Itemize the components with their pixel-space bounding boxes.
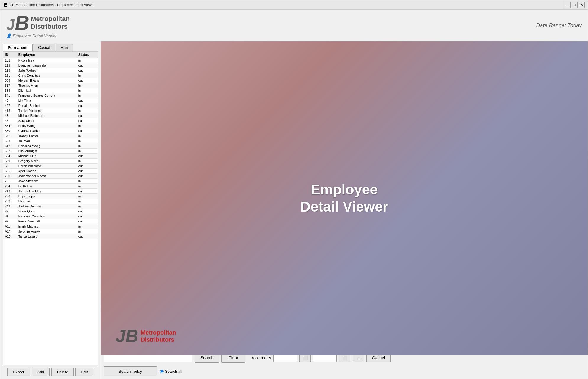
- employee-row[interactable]: 701 Jake Shearim in: [3, 179, 98, 184]
- minimize-button[interactable]: ―: [565, 2, 571, 8]
- employee-row[interactable]: 415 Tanika Rodgers in: [3, 108, 98, 113]
- employee-id: 701: [3, 179, 17, 184]
- employee-name: Francisco Soares Correia: [17, 93, 77, 98]
- tab-casual[interactable]: Casual: [33, 44, 55, 51]
- employee-id: 113: [3, 63, 17, 68]
- employee-name: James Antakley: [17, 189, 77, 194]
- employee-row[interactable]: 749 Joshua Donoso in: [3, 204, 98, 209]
- employee-status: in: [77, 224, 98, 229]
- employee-row[interactable]: 305 Morgan Evans out: [3, 78, 98, 83]
- employee-row[interactable]: 733 Elia Elia in: [3, 199, 98, 204]
- app-header: JB Metropolitan Distributors 👤 Employee …: [0, 10, 588, 41]
- employee-name: Tui Marr: [17, 138, 77, 143]
- records-label: Records: 79: [250, 356, 271, 360]
- employee-status: in: [77, 184, 98, 189]
- employee-id: 81: [3, 214, 17, 219]
- employee-id: 700: [3, 174, 17, 179]
- employee-id: 571: [3, 133, 17, 138]
- logo-jb: JB: [6, 13, 29, 33]
- employee-row[interactable]: 291 Chris Conditsis in: [3, 73, 98, 78]
- employee-row[interactable]: 704 Ed Kolesi in: [3, 184, 98, 189]
- search-all-radio-label: Search all: [160, 369, 182, 374]
- right-panel: Employee Detail Viewer JB Metropolitan D…: [101, 41, 588, 379]
- employee-name: Michael Badolato: [17, 113, 77, 118]
- splash-line2: Detail Viewer: [300, 198, 388, 215]
- employee-id: 684: [3, 154, 17, 159]
- employee-row[interactable]: A14 Jeromie Hraiky in: [3, 229, 98, 234]
- employee-row[interactable]: 554 Emily Wong in: [3, 123, 98, 128]
- employee-status: in: [77, 108, 98, 113]
- employee-row[interactable]: 335 Elly Hatti in: [3, 88, 98, 93]
- employee-row[interactable]: 218 Julie Toohey out: [3, 68, 98, 73]
- employee-name: Nicola Issa: [17, 58, 77, 63]
- employee-row[interactable]: 43 Michael Badolato out: [3, 113, 98, 118]
- employee-status: in: [77, 149, 98, 154]
- employee-id: 719: [3, 189, 17, 194]
- employee-row[interactable]: 102 Nicola Issa in: [3, 58, 98, 63]
- employee-row[interactable]: 700 Josh Vander Reest out: [3, 174, 98, 179]
- export-button[interactable]: Export: [7, 368, 30, 376]
- employee-id: 317: [3, 83, 17, 88]
- employee-row[interactable]: 608 Tui Marr in: [3, 138, 98, 143]
- employee-status: in: [77, 123, 98, 128]
- employee-row[interactable]: 69 Darrin Whieldon out: [3, 164, 98, 169]
- employee-status: in: [77, 194, 98, 199]
- employee-row[interactable]: 571 Tracey Foster in: [3, 133, 98, 138]
- employee-row[interactable]: 317 Thomas Allen in: [3, 83, 98, 88]
- employee-id: 554: [3, 123, 17, 128]
- logo-company: Metropolitan Distributors: [31, 15, 70, 30]
- main-window: 🖥 JB Metropolitan Distributors - Employe…: [0, 0, 588, 379]
- employee-row[interactable]: 719 James Antakley out: [3, 189, 98, 194]
- employee-name: Susie Qian: [17, 209, 77, 214]
- employee-row[interactable]: 99 Kerry Dummett out: [3, 219, 98, 224]
- maximize-button[interactable]: □: [572, 2, 578, 8]
- edit-button[interactable]: Edit: [75, 368, 93, 376]
- employee-status: in: [77, 88, 98, 93]
- employee-row[interactable]: 570 Cynthia Clarke out: [3, 128, 98, 133]
- splash-company-line2: Distributors: [141, 336, 176, 343]
- search-today-button[interactable]: Search Today: [104, 366, 157, 376]
- employee-row[interactable]: 695 Apelu Jacob out: [3, 169, 98, 174]
- employee-name: Thomas Allen: [17, 83, 77, 88]
- search-all-radio[interactable]: [160, 370, 164, 373]
- bottom-buttons: Export Add Delete Edit: [0, 365, 101, 379]
- tabs: Permanent Casual Hari: [0, 41, 101, 51]
- employee-name: Tanya Lasalo: [17, 234, 77, 239]
- employee-name: Chris Conditsis: [17, 73, 77, 78]
- employee-row[interactable]: 612 Rebecca Wong in: [3, 143, 98, 149]
- subtitle-text: Employee Detail Viewer: [13, 33, 56, 38]
- employee-row[interactable]: 684 Michael Dun out: [3, 154, 98, 159]
- employee-status: in: [77, 204, 98, 209]
- tab-hari[interactable]: Hari: [56, 44, 73, 51]
- employee-row[interactable]: 341 Francisco Soares Correia in: [3, 93, 98, 98]
- add-button[interactable]: Add: [32, 368, 50, 376]
- employee-name: Tracey Foster: [17, 133, 77, 138]
- employee-status: in: [77, 159, 98, 164]
- employee-row[interactable]: 689 Gregory More in: [3, 159, 98, 164]
- title-bar-left: 🖥 JB Metropolitan Distributors - Employe…: [3, 2, 95, 8]
- employee-name: Michael Dun: [17, 154, 77, 159]
- employee-row[interactable]: 113 Dwayne Tuigamala out: [3, 63, 98, 68]
- employee-id: 733: [3, 199, 17, 204]
- employee-row[interactable]: 40 Lily Tima out: [3, 98, 98, 103]
- employee-status: out: [77, 164, 98, 169]
- employee-name: Elia Elia: [17, 199, 77, 204]
- employee-id: 704: [3, 184, 17, 189]
- employee-status: in: [77, 133, 98, 138]
- tab-permanent[interactable]: Permanent: [3, 44, 33, 51]
- date-range: Date Range: Today: [536, 22, 582, 29]
- employee-id: 608: [3, 138, 17, 143]
- employee-row[interactable]: 77 Susie Qian out: [3, 209, 98, 214]
- employee-row[interactable]: 622 Bilal Zuraigat in: [3, 149, 98, 154]
- close-button[interactable]: ✕: [579, 2, 585, 8]
- employee-row[interactable]: 720 Hope Uepa in: [3, 194, 98, 199]
- employee-status: out: [77, 128, 98, 133]
- employee-row[interactable]: 81 Nicolaos Conditsis out: [3, 214, 98, 219]
- title-bar-text: JB Metropolitan Distributors - Employee …: [10, 3, 95, 7]
- delete-button[interactable]: Delete: [51, 368, 74, 376]
- employee-row[interactable]: A13 Emily Mathison in: [3, 224, 98, 229]
- employee-id: 749: [3, 204, 17, 209]
- employee-row[interactable]: 407 Donald Bartlett out: [3, 103, 98, 108]
- employee-row[interactable]: A15 Tanya Lasalo out: [3, 234, 98, 239]
- employee-row[interactable]: 46 Sara Simic out: [3, 118, 98, 123]
